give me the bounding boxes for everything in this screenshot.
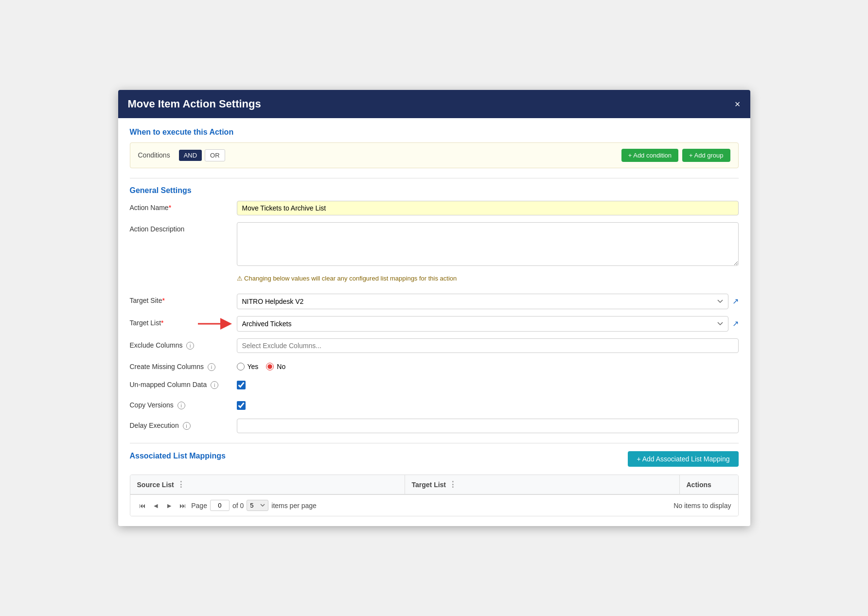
unmapped-column-control — [237, 378, 739, 391]
unmapped-column-row: Un-mapped Column Data i — [130, 378, 739, 391]
conditions-left: Conditions AND OR — [138, 149, 225, 161]
target-site-select[interactable]: NITRO Helpdesk V2 — [237, 294, 728, 309]
modal-title: Move Item Action Settings — [128, 98, 261, 110]
col-separator-1 — [390, 475, 405, 494]
items-per-page-select[interactable]: 5 10 25 50 — [247, 500, 268, 511]
copy-versions-row: Copy Versions i — [130, 398, 739, 412]
modal-container: Move Item Action Settings × When to exec… — [118, 90, 750, 526]
col-separator-2 — [665, 475, 680, 494]
last-page-button[interactable]: ⏭ — [177, 501, 188, 510]
action-description-control — [237, 222, 739, 268]
exclude-columns-label: Exclude Columns i — [130, 338, 237, 350]
target-list-header: Target List ⋮ — [405, 475, 665, 494]
action-description-row: Action Description — [130, 222, 739, 268]
copy-versions-checkbox[interactable] — [237, 401, 246, 410]
actions-header: Actions — [680, 475, 738, 494]
delay-execution-label: Delay Execution i — [130, 419, 237, 430]
of-label: of 0 — [232, 502, 244, 510]
target-site-row: Target Site* NITRO Helpdesk V2 ↗ — [130, 294, 739, 309]
associated-table: Source List ⋮ Target List ⋮ Actions — [130, 475, 739, 516]
delay-execution-control — [237, 419, 739, 433]
create-missing-columns-row: Create Missing Columns i Yes No — [130, 360, 739, 371]
target-site-external-link[interactable]: ↗ — [732, 297, 739, 306]
action-name-control — [237, 201, 739, 215]
general-settings-title: General Settings — [130, 186, 739, 195]
required-star: * — [169, 204, 171, 211]
or-button[interactable]: OR — [205, 149, 225, 161]
divider-2 — [130, 443, 739, 443]
no-items-text: No items to display — [673, 502, 731, 510]
conditions-right: + Add condition + Add group — [621, 149, 730, 162]
when-section: When to execute this Action Conditions A… — [130, 128, 739, 168]
target-list-select[interactable]: Archived Tickets — [237, 316, 728, 332]
no-radio[interactable] — [266, 363, 274, 370]
exclude-columns-row: Exclude Columns i — [130, 338, 739, 353]
conditions-label: Conditions — [138, 151, 170, 159]
yes-radio-option[interactable]: Yes — [237, 363, 259, 370]
general-settings-section: General Settings Action Name* Action Des… — [130, 186, 739, 433]
target-list-select-wrapper: Archived Tickets ↗ — [237, 316, 739, 332]
source-list-header: Source List ⋮ — [130, 475, 390, 494]
warning-row: ⚠ Changing below values will clear any c… — [130, 275, 739, 287]
target-list-control: Archived Tickets ↗ — [237, 316, 739, 332]
action-description-input[interactable] — [237, 222, 739, 266]
table-header: Source List ⋮ Target List ⋮ Actions — [130, 475, 738, 494]
warning-text: ⚠ Changing below values will clear any c… — [237, 275, 739, 282]
delay-execution-row: Delay Execution i — [130, 419, 739, 433]
conditions-row: Conditions AND OR + Add condition + Add … — [130, 142, 739, 168]
unmapped-column-info-icon[interactable]: i — [211, 381, 218, 389]
unmapped-column-label: Un-mapped Column Data i — [130, 378, 237, 389]
divider-1 — [130, 178, 739, 178]
delay-execution-input[interactable] — [237, 419, 739, 433]
page-label: Page — [191, 502, 207, 510]
no-radio-option[interactable]: No — [266, 363, 285, 370]
next-page-button[interactable]: ► — [164, 501, 175, 510]
target-list-menu-icon[interactable]: ⋮ — [449, 480, 457, 489]
action-name-row: Action Name* — [130, 201, 739, 215]
add-associated-mapping-button[interactable]: + Add Associated List Mapping — [628, 451, 738, 467]
table-footer: ⏮ ◄ ► ⏭ Page of 0 5 10 25 50 item — [130, 494, 738, 516]
yes-radio[interactable] — [237, 363, 245, 370]
associated-header: Associated List Mappings + Add Associate… — [130, 451, 739, 467]
when-section-title: When to execute this Action — [130, 128, 739, 137]
create-missing-columns-info-icon[interactable]: i — [208, 363, 215, 371]
action-description-label: Action Description — [130, 222, 237, 233]
target-site-label: Target Site* — [130, 294, 237, 304]
associated-section: Associated List Mappings + Add Associate… — [130, 451, 739, 516]
exclude-columns-info-icon[interactable]: i — [186, 342, 194, 350]
action-name-input[interactable] — [237, 201, 739, 215]
add-group-button[interactable]: + Add group — [682, 149, 730, 162]
items-per-page-label: items per page — [271, 502, 317, 510]
target-site-control: NITRO Helpdesk V2 ↗ — [237, 294, 739, 309]
create-missing-columns-label: Create Missing Columns i — [130, 360, 237, 371]
copy-versions-control — [237, 398, 739, 412]
delay-execution-info-icon[interactable]: i — [183, 422, 191, 430]
target-site-select-wrapper: NITRO Helpdesk V2 ↗ — [237, 294, 739, 309]
pagination: ⏮ ◄ ► ⏭ Page of 0 5 10 25 50 item — [137, 500, 317, 511]
create-missing-columns-control: Yes No — [237, 360, 739, 370]
source-list-menu-icon[interactable]: ⋮ — [177, 480, 185, 489]
unmapped-column-checkbox[interactable] — [237, 381, 246, 389]
first-page-button[interactable]: ⏮ — [137, 501, 148, 510]
target-list-external-link[interactable]: ↗ — [732, 319, 739, 328]
modal-header: Move Item Action Settings × — [118, 90, 750, 118]
copy-versions-info-icon[interactable]: i — [177, 402, 185, 409]
red-arrow-icon — [198, 318, 232, 330]
create-missing-columns-radio-group: Yes No — [237, 360, 739, 370]
page-input[interactable] — [210, 500, 230, 511]
and-button[interactable]: AND — [179, 150, 202, 161]
target-list-row: Target List* — [130, 316, 739, 332]
add-condition-button[interactable]: + Add condition — [621, 149, 678, 162]
exclude-columns-control — [237, 338, 739, 353]
associated-mappings-title: Associated List Mappings — [130, 452, 226, 460]
action-name-label: Action Name* — [130, 201, 237, 211]
exclude-columns-input[interactable] — [237, 338, 739, 353]
modal-body: When to execute this Action Conditions A… — [118, 118, 750, 526]
copy-versions-label: Copy Versions i — [130, 398, 237, 409]
prev-page-button[interactable]: ◄ — [151, 501, 161, 510]
close-button[interactable]: × — [735, 99, 741, 109]
